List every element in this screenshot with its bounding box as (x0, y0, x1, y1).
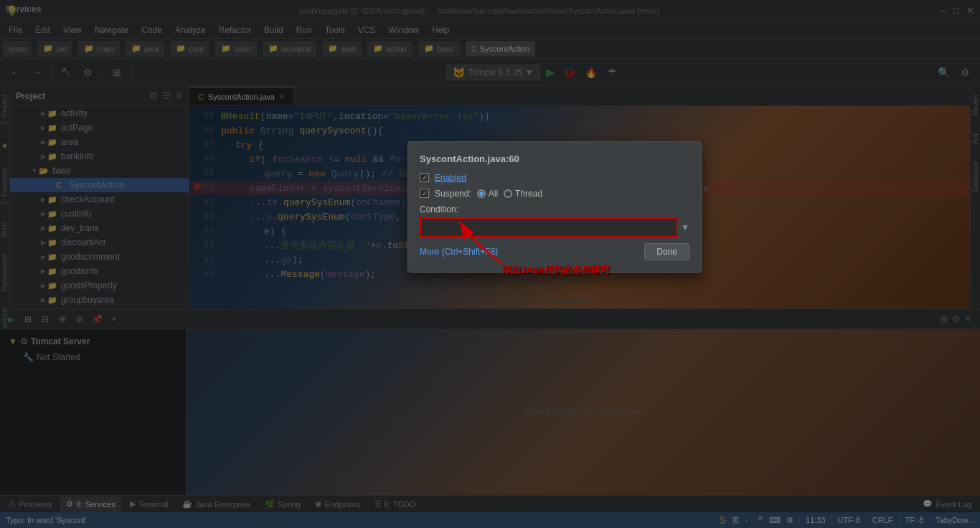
condition-section: Condition: ▼ (420, 204, 689, 237)
thread-radio[interactable]: Thread (504, 189, 542, 199)
condition-input-container[interactable] (420, 217, 678, 237)
thread-label: Thread (515, 189, 542, 199)
enabled-checkbox[interactable]: ✓ (420, 173, 429, 182)
suspend-label: Suspend: (435, 189, 471, 199)
condition-input-row: ▼ (420, 217, 689, 237)
all-radio[interactable]: All (477, 189, 498, 199)
more-link[interactable]: More (Ctrl+Shift+F8) (420, 247, 498, 257)
dialog-title: SyscontAction.java:60 (420, 154, 689, 164)
all-label: All (489, 189, 498, 199)
all-radio-button[interactable] (477, 189, 486, 198)
modal-overlay[interactable]: SyscontAction.java:60 ✓ Enabled ✓ Suspen… (0, 0, 980, 528)
dialog-suspend-row: ✓ Suspend: All Thread (420, 189, 689, 199)
condition-input-field[interactable] (424, 222, 674, 232)
done-button[interactable]: Done (644, 243, 689, 260)
thread-radio-button[interactable] (504, 189, 512, 198)
suspend-checkbox[interactable]: ✓ (420, 189, 429, 198)
enabled-label[interactable]: Enabled (435, 173, 466, 183)
dialog-enabled-row: ✓ Enabled (420, 173, 689, 183)
dialog-actions: More (Ctrl+Shift+F8) Done (420, 243, 689, 260)
condition-label-text: Condition: (420, 204, 689, 214)
condition-dropdown-button[interactable]: ▼ (681, 222, 689, 232)
breakpoint-dialog: SyscontAction.java:60 ✓ Enabled ✓ Suspen… (407, 141, 702, 273)
